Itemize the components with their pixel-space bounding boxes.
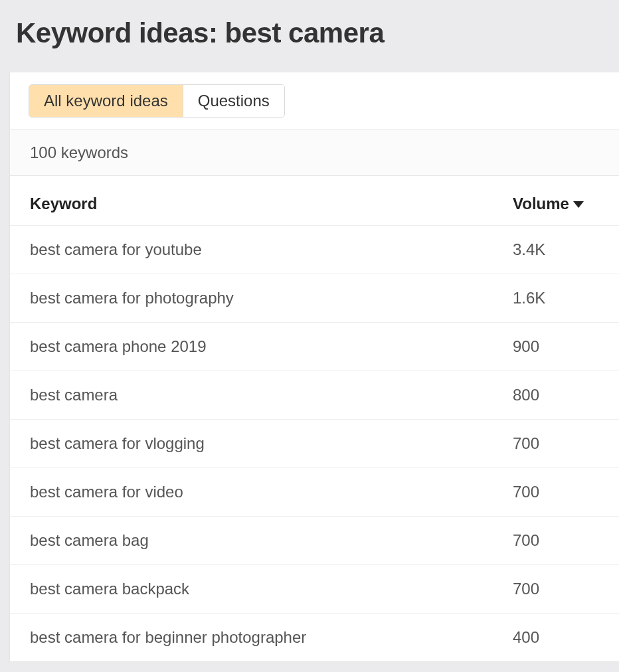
volume-cell: 800 [513,386,599,404]
table-row[interactable]: best camera for video700 [10,468,619,517]
tab-group: All keyword ideas Questions [29,84,285,118]
volume-cell: 700 [513,580,599,598]
tabs-row: All keyword ideas Questions [10,72,619,130]
volume-cell: 700 [513,434,599,453]
table-row[interactable]: best camera800 [10,371,619,420]
keyword-cell: best camera [30,386,513,404]
volume-cell: 700 [513,531,599,550]
page-title: Keyword ideas: best camera [0,0,619,72]
tab-questions[interactable]: Questions [183,85,284,117]
table-row[interactable]: best camera for photography1.6K [10,274,619,323]
column-header-keyword[interactable]: Keyword [30,195,513,213]
volume-cell: 900 [513,337,599,356]
table-body: best camera for youtube3.4Kbest camera f… [10,226,619,661]
table-row[interactable]: best camera for youtube3.4K [10,226,619,274]
keyword-cell: best camera for video [30,483,513,501]
keyword-count: 100 keywords [10,130,619,176]
table-row[interactable]: best camera for beginner photographer400 [10,614,619,661]
table-header: Keyword Volume [10,176,619,226]
keyword-cell: best camera bag [30,531,513,550]
keyword-cell: best camera for photography [30,289,513,307]
column-header-volume[interactable]: Volume [513,195,599,213]
table-row[interactable]: best camera bag700 [10,517,619,565]
volume-cell: 1.6K [513,289,599,307]
volume-cell: 700 [513,483,599,501]
keyword-cell: best camera for beginner photographer [30,628,513,647]
volume-cell: 400 [513,628,599,647]
keyword-cell: best camera backpack [30,580,513,598]
sort-descending-icon [573,201,584,208]
keyword-cell: best camera for youtube [30,240,513,259]
volume-cell: 3.4K [513,240,599,259]
results-panel: All keyword ideas Questions 100 keywords… [9,72,619,662]
table-row[interactable]: best camera backpack700 [10,565,619,614]
column-header-volume-label: Volume [513,195,569,213]
tab-all-keyword-ideas[interactable]: All keyword ideas [29,85,183,117]
keyword-cell: best camera for vlogging [30,434,513,453]
table-row[interactable]: best camera phone 2019900 [10,323,619,371]
keywords-table: Keyword Volume best camera for youtube3.… [10,176,619,661]
table-row[interactable]: best camera for vlogging700 [10,420,619,468]
keyword-cell: best camera phone 2019 [30,337,513,356]
